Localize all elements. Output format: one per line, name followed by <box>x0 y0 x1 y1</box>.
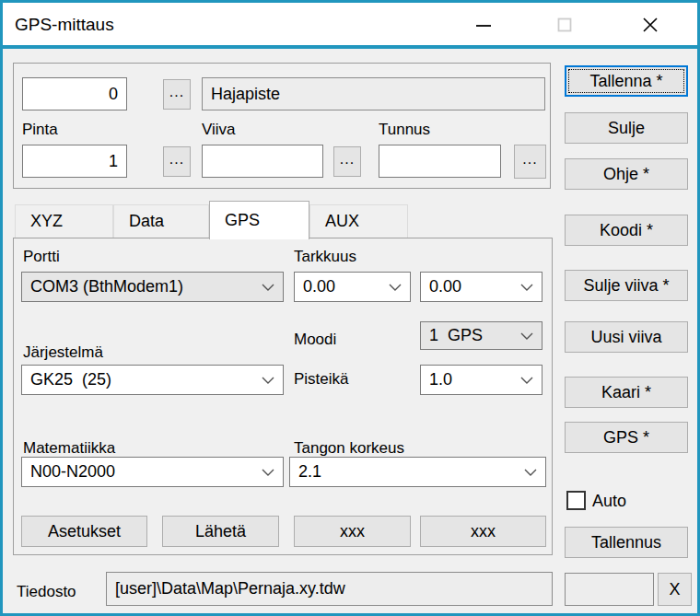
tarkkuus-label: Tarkkuus <box>294 248 356 266</box>
ohje-button[interactable]: Ohje * <box>565 158 688 190</box>
matematiikka-label: Matematiikka <box>23 439 115 458</box>
tiedosto-label: Tiedosto <box>17 583 76 601</box>
chevron-down-icon <box>520 284 533 291</box>
viiva-input[interactable] <box>202 145 323 178</box>
point-group: 0 ... Hajapiste Pinta Viiva Tunnus 1 ...… <box>13 63 551 189</box>
kaari-button[interactable]: Kaari * <box>565 377 688 408</box>
matematiikka-value: N00-N2000 <box>30 462 115 482</box>
chevron-down-icon <box>520 332 533 340</box>
tunnus-input[interactable] <box>379 145 501 178</box>
pisteika-label: Pisteikä <box>294 370 349 389</box>
maximize-icon <box>556 17 573 33</box>
minimize-button[interactable] <box>461 6 507 44</box>
chevron-down-icon <box>262 469 274 476</box>
close-icon <box>642 17 659 33</box>
sulje-viiva-button[interactable]: Sulje viiva * <box>565 270 688 301</box>
empty-status-field <box>565 573 654 606</box>
pinta-browse-button[interactable]: ... <box>163 146 191 177</box>
portti-label: Portti <box>23 248 60 266</box>
portti-combobox[interactable]: COM3 (BthModem1) <box>21 272 284 302</box>
jarjestelma-combobox[interactable]: GK25 (25) <box>21 365 284 395</box>
file-path-field: [user]\Data\Map\Pernaja.xy.tdw <box>106 572 553 606</box>
tab-gps[interactable]: GPS <box>209 201 309 239</box>
x-close-file-button[interactable]: X <box>658 573 692 606</box>
point-number-browse-button[interactable]: ... <box>163 79 191 110</box>
window-title: GPS-mittaus <box>15 15 114 35</box>
matematiikka-combobox[interactable]: N00-N2000 <box>21 457 284 487</box>
chevron-down-icon <box>262 284 274 291</box>
viiva-browse-button[interactable]: ... <box>333 146 361 177</box>
tarkkuus-combobox-1[interactable]: 0.00 <box>294 272 411 302</box>
auto-checkbox-label: Auto <box>592 492 626 511</box>
tab-data[interactable]: Data <box>113 204 209 238</box>
pinta-input[interactable]: 1 <box>22 145 127 178</box>
tunnus-label: Tunnus <box>379 121 430 139</box>
koodi-button[interactable]: Koodi * <box>565 215 688 246</box>
viiva-label: Viiva <box>202 121 236 139</box>
tallennus-button[interactable]: Tallennus <box>565 527 688 558</box>
minimize-icon <box>475 17 492 33</box>
moodi-combobox[interactable]: 1 GPS <box>420 321 542 350</box>
portti-value: COM3 (BthModem1) <box>30 277 183 296</box>
auto-checkbox[interactable] <box>566 491 586 510</box>
pinta-label: Pinta <box>22 121 58 139</box>
uusi-viiva-button[interactable]: Uusi viiva <box>565 321 688 353</box>
tangon-korkeus-label: Tangon korkeus <box>294 439 404 458</box>
laheta-button[interactable]: Lähetä <box>162 516 279 547</box>
tangon-korkeus-value: 2.1 <box>298 462 321 482</box>
point-name-field: Hajapiste <box>202 77 545 110</box>
tarkkuus-value-2: 0.00 <box>429 277 461 296</box>
chevron-down-icon <box>520 377 533 384</box>
pisteika-combobox[interactable]: 1.0 <box>420 365 542 395</box>
tarkkuus-value-1: 0.00 <box>303 277 335 296</box>
maximize-button <box>542 6 588 44</box>
sulje-button[interactable]: Sulje <box>565 112 688 144</box>
gps-button[interactable]: GPS * <box>565 422 688 453</box>
gps-mittaus-dialog: GPS-mittaus 0 ... Hajapiste Pinta Viiva … <box>0 0 700 616</box>
asetukset-button[interactable]: Asetukset <box>21 516 147 547</box>
tallenna-button[interactable]: Tallenna * <box>565 65 688 97</box>
tarkkuus-combobox-2[interactable]: 0.00 <box>420 272 542 302</box>
point-number-input[interactable]: 0 <box>22 77 127 110</box>
gps-tab-panel: Portti COM3 (BthModem1) Tarkkuus 0.00 0.… <box>13 238 553 555</box>
jarjestelma-label: Järjestelmä <box>23 343 103 362</box>
moodi-label: Moodi <box>294 331 336 349</box>
xxx-button-1[interactable]: xxx <box>294 516 411 547</box>
chevron-down-icon <box>524 469 537 476</box>
tab-xyz[interactable]: XYZ <box>15 204 113 238</box>
moodi-value: 1 GPS <box>429 326 483 345</box>
title-bar: GPS-mittaus <box>3 3 697 49</box>
chevron-down-icon <box>262 377 274 384</box>
chevron-down-icon <box>389 284 402 291</box>
tunnus-browse-button[interactable]: ... <box>514 145 546 179</box>
jarjestelma-value: GK25 (25) <box>30 370 111 389</box>
xxx-button-2[interactable]: xxx <box>420 516 546 547</box>
tab-aux[interactable]: AUX <box>309 204 408 238</box>
close-button[interactable] <box>627 6 673 44</box>
tangon-korkeus-combobox[interactable]: 2.1 <box>289 457 546 487</box>
pisteika-value: 1.0 <box>429 370 452 389</box>
